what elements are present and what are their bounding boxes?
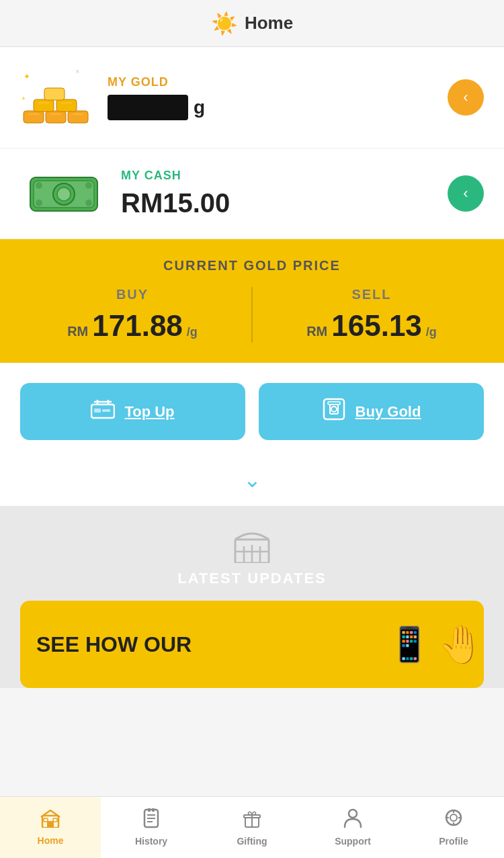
latest-updates-title: LATEST UPDATES (0, 570, 504, 587)
svg-rect-41 (53, 818, 57, 822)
svg-rect-5 (68, 111, 88, 123)
latest-banner-card[interactable]: SEE HOW OUR 📱 🤚 (20, 601, 484, 688)
sell-prefix: RM (306, 324, 327, 339)
gold-price-banner: CURRENT GOLD PRICE BUY RM 171.88 /g SELL… (0, 239, 504, 363)
buy-price-col: BUY RM 171.88 /g (20, 287, 245, 343)
gold-unit: g (194, 97, 205, 118)
gold-value-masked (108, 95, 188, 120)
svg-text:×: × (75, 67, 79, 75)
gifting-nav-icon (243, 808, 261, 833)
sell-unit: /g (426, 325, 437, 339)
svg-text:+: + (22, 95, 26, 102)
my-cash-info: MY CASH RM15.00 (108, 169, 448, 218)
svg-point-18 (57, 187, 71, 201)
svg-rect-47 (152, 808, 155, 812)
cash-prefix: RM (121, 188, 163, 218)
nav-item-gifting[interactable]: Gifting (202, 797, 302, 858)
sell-label: SELL (351, 287, 391, 302)
svg-point-19 (36, 182, 42, 189)
buygold-icon (322, 398, 346, 425)
sell-price-col: SELL RM 165.13 /g (259, 287, 484, 343)
svg-point-53 (450, 814, 457, 821)
phone-icon: 📱 (388, 625, 430, 664)
svg-rect-32 (328, 402, 340, 404)
buy-price-value: RM 171.88 /g (67, 309, 198, 343)
nav-item-home[interactable]: Home (0, 797, 101, 858)
nav-label-history: History (135, 836, 167, 847)
price-row: BUY RM 171.88 /g SELL RM 165.13 /g (20, 287, 484, 343)
cash-image (20, 172, 108, 216)
nav-label-gifting: Gifting (237, 836, 267, 847)
nav-label-profile: Profile (439, 836, 468, 847)
svg-point-22 (85, 200, 92, 206)
svg-rect-7 (56, 99, 77, 112)
hand-icon: 🤚 (437, 623, 484, 667)
my-cash-value: RM15.00 (121, 188, 448, 218)
buy-amount: 171.88 (92, 309, 183, 343)
history-nav-icon (142, 808, 161, 833)
my-cash-section: MY CASH RM15.00 ‹ (0, 148, 504, 239)
home-nav-icon (40, 809, 60, 832)
topup-button[interactable]: Top Up (20, 383, 245, 440)
svg-text:✦: ✦ (24, 72, 30, 81)
cash-amount: 15.00 (163, 188, 230, 218)
svg-rect-25 (102, 409, 110, 412)
updates-icon-container (0, 526, 504, 563)
svg-point-31 (331, 406, 337, 412)
buygold-label: Buy Gold (355, 403, 421, 421)
svg-point-20 (85, 182, 92, 189)
support-nav-icon (343, 808, 362, 833)
chevron-section: ⌄ (0, 460, 504, 506)
sell-amount: 165.13 (331, 309, 422, 343)
svg-rect-4 (46, 111, 66, 123)
svg-rect-24 (94, 409, 101, 413)
gold-nav-arrow[interactable]: ‹ (448, 79, 484, 116)
buy-unit: /g (187, 325, 198, 339)
svg-rect-3 (24, 111, 44, 123)
svg-rect-6 (34, 99, 54, 112)
profile-nav-icon (444, 808, 463, 833)
nav-label-home: Home (38, 835, 64, 846)
my-gold-value: g (108, 95, 448, 120)
price-divider (251, 287, 253, 343)
banner-text: SEE HOW OUR (36, 632, 192, 657)
action-buttons-container: Top Up Buy Gold (0, 363, 504, 460)
bottom-nav: Home History Gifting (0, 796, 504, 858)
buy-label: BUY (116, 287, 149, 302)
nav-item-profile[interactable]: Profile (403, 797, 504, 858)
my-gold-section: ✦ × + MY GOLD g ‹ (0, 47, 504, 148)
svg-point-21 (36, 200, 42, 206)
svg-rect-39 (47, 821, 54, 828)
sell-price-value: RM 165.13 /g (306, 309, 437, 343)
nav-item-support[interactable]: Support (302, 797, 403, 858)
my-cash-label: MY CASH (121, 169, 448, 183)
buy-prefix: RM (67, 324, 88, 339)
buygold-button[interactable]: Buy Gold (259, 383, 484, 440)
nav-item-history[interactable]: History (101, 797, 202, 858)
header: ☀️ Home (0, 0, 504, 47)
svg-point-51 (349, 810, 357, 818)
topup-icon (91, 399, 115, 424)
my-gold-info: MY GOLD g (94, 75, 448, 120)
svg-rect-8 (44, 88, 65, 100)
home-sun-icon: ☀️ (211, 11, 238, 36)
nav-label-support: Support (335, 836, 371, 847)
gold-stack-image: ✦ × + (20, 67, 94, 128)
my-gold-label: MY GOLD (108, 75, 448, 89)
cash-nav-arrow[interactable]: ‹ (448, 175, 484, 212)
svg-rect-46 (148, 808, 151, 812)
svg-rect-40 (44, 818, 48, 822)
header-title: Home (245, 13, 293, 34)
latest-updates-section: LATEST UPDATES SEE HOW OUR 📱 🤚 (0, 506, 504, 688)
chevron-down-icon: ⌄ (243, 467, 261, 492)
gold-price-title: CURRENT GOLD PRICE (20, 258, 484, 273)
topup-label: Top Up (124, 403, 174, 421)
